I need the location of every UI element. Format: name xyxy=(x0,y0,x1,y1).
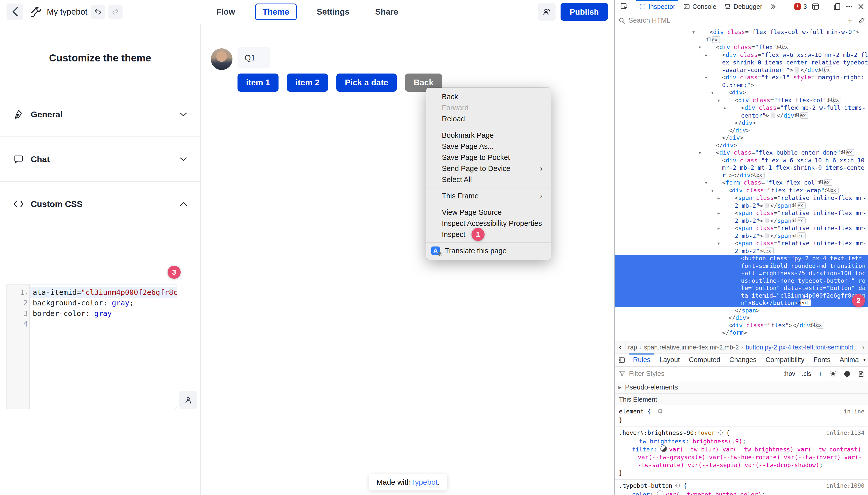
rules-tab-anima[interactable]: Anima xyxy=(835,354,861,366)
collapsed-children-badge[interactable]: ⋯ xyxy=(765,218,768,223)
flex-badge[interactable]: flex xyxy=(798,202,805,209)
breadcrumb-item[interactable]: rap xyxy=(625,344,640,351)
flex-badge[interactable]: flex xyxy=(824,67,832,73)
expand-arrow-icon[interactable]: ▼ xyxy=(701,29,709,36)
tab-share[interactable]: Share xyxy=(370,3,404,20)
tree-node[interactable]: ▼<div class="flex flex-col">flex xyxy=(615,97,868,104)
css-declaration[interactable]: color: var(--typebot-button-color); xyxy=(619,491,865,495)
preview-user-button[interactable] xyxy=(179,391,197,409)
sidebar-section-chat[interactable]: Chat xyxy=(0,136,200,181)
flex-badge[interactable]: flex xyxy=(816,322,825,328)
tree-node[interactable]: <div class="flex w-6 xs:w-10 h-6 xs:h-10… xyxy=(615,157,868,179)
made-with-typebot-link[interactable]: Made with Typebot. xyxy=(369,474,447,491)
chat-button-item-2[interactable]: item 2 xyxy=(287,73,328,92)
expand-arrow-icon[interactable]: ▼ xyxy=(720,187,728,194)
tree-node[interactable]: ▼<div class="flex">flex xyxy=(615,44,868,51)
custom-css-editor[interactable]: 1▾234 ata-itemid="cl3iunm4p000f2e6gfr8cz… xyxy=(6,284,177,409)
tab-flow[interactable]: Flow xyxy=(211,3,241,20)
tree-node[interactable]: ▼<div class="flex flex-col w-full min-w-… xyxy=(615,29,868,44)
rules-tab-computed[interactable]: Computed xyxy=(684,354,725,366)
expand-arrow-icon[interactable]: ▶ xyxy=(726,225,734,233)
menu-item-this-frame[interactable]: This Frame› xyxy=(426,190,551,201)
responsive-mode-button[interactable] xyxy=(833,2,841,11)
color-swatch-filter[interactable] xyxy=(660,445,667,452)
sidebar-section-general[interactable]: General xyxy=(0,92,200,136)
breadcrumb-scroll-right[interactable]: › xyxy=(858,341,868,353)
tree-node[interactable]: </div> xyxy=(615,142,868,149)
color-swatch-empty[interactable] xyxy=(657,491,663,495)
filter-styles-bar[interactable]: Filter Styles :hov .cls + xyxy=(615,366,868,381)
flex-badge[interactable]: flex xyxy=(798,233,805,239)
highlight-target-icon[interactable] xyxy=(657,408,663,416)
expand-arrow-icon[interactable]: ▼ xyxy=(707,149,716,157)
breadcrumb-item[interactable]: button.py-2.px-4.text-left.font-semibold… xyxy=(743,344,858,351)
tree-node[interactable]: ▶<span class="relative inline-flex mr-2 … xyxy=(615,209,868,225)
publish-button[interactable]: Publish xyxy=(561,3,608,21)
code-line[interactable] xyxy=(30,319,177,329)
toggle-class-button[interactable]: .cls xyxy=(802,370,811,377)
flex-badge[interactable]: flex xyxy=(846,149,854,156)
menu-item-save-page-to-pocket[interactable]: Save Page to Pocket xyxy=(426,152,551,163)
tree-node[interactable]: ▶<span class="relative inline-flex mr-2 … xyxy=(615,194,868,209)
flex-badge[interactable]: flex xyxy=(831,187,838,194)
typebot-name[interactable]: My typebot xyxy=(47,7,87,17)
typebot-link[interactable]: Typebot xyxy=(411,478,438,487)
light-mode-icon[interactable] xyxy=(829,370,837,378)
collapsed-children-badge[interactable]: ⋯ xyxy=(771,113,775,118)
menu-item-translate-this-page[interactable]: AあTranslate this page xyxy=(426,245,551,256)
collapsed-children-badge[interactable]: ⋯ xyxy=(765,203,768,208)
collapsed-children-badge[interactable]: ⋯ xyxy=(765,233,768,238)
menu-item-inspect[interactable]: Inspect1 xyxy=(426,229,551,240)
menu-item-reload[interactable]: Reload xyxy=(426,113,551,124)
flex-badge[interactable]: flex xyxy=(766,248,774,254)
sidebar-section-custom-css[interactable]: Custom CSS xyxy=(0,181,200,226)
flex-badge[interactable]: flex xyxy=(833,97,841,103)
flex-badge[interactable]: flex xyxy=(800,112,808,119)
redo-button[interactable] xyxy=(108,5,123,19)
expand-arrow-icon[interactable]: ▼ xyxy=(713,179,722,187)
rules-tab-changes[interactable]: Changes xyxy=(725,354,761,366)
flex-badge[interactable]: flex xyxy=(712,36,720,43)
menu-item-view-page-source[interactable]: View Page Source xyxy=(426,207,551,218)
tree-node[interactable]: </div> xyxy=(615,134,868,142)
expand-arrow-icon[interactable]: ▶ xyxy=(726,210,734,217)
expand-arrow-icon[interactable]: ▶ xyxy=(732,104,741,112)
fold-arrow-icon[interactable]: ▾ xyxy=(25,291,28,296)
menu-item-bookmark-page[interactable]: Bookmark Page xyxy=(426,130,551,141)
breadcrumb-item[interactable]: span.relative.inline-flex.mr-2.mb-2 xyxy=(641,344,741,351)
tree-node[interactable]: ▶<span class="relative inline-flex mr-2 … xyxy=(615,225,868,240)
add-node-button[interactable]: + xyxy=(847,17,852,24)
flex-badge[interactable]: flex xyxy=(782,44,791,50)
tree-node[interactable]: ▼<div class="flex bubble-enter-done">fle… xyxy=(615,149,868,157)
editor-code[interactable]: ata-itemid="cl3iunm4p000f2e6gfr8cznnn"]b… xyxy=(30,285,177,409)
flex-badge[interactable]: flex xyxy=(824,179,832,186)
tree-node[interactable]: ▶<div class="flex w-6 xs:w-10 mr-2 mb-2 … xyxy=(615,51,868,74)
chat-button-pick-a-date[interactable]: Pick a date xyxy=(336,73,397,92)
code-line[interactable]: background-color: gray; xyxy=(30,297,177,308)
tree-node[interactable]: ▼<form class="flex flex-col">flex xyxy=(615,179,868,187)
eyedropper-icon[interactable] xyxy=(858,17,865,24)
tree-node[interactable]: ▶<div class="flex mb-2 w-full items-cent… xyxy=(615,104,868,119)
expand-arrow-icon[interactable]: ▼ xyxy=(713,74,722,82)
rule-source-link[interactable]: inline:1134 xyxy=(826,429,865,437)
rule-selector[interactable]: .hover\:brightness-90:hover{inline:1134 xyxy=(619,429,865,438)
toggle-hover-button[interactable]: :hov xyxy=(783,370,795,377)
tree-node[interactable]: </span> xyxy=(615,307,868,314)
dark-mode-icon[interactable] xyxy=(843,370,851,378)
expand-arrow-icon[interactable]: ▼ xyxy=(726,240,734,248)
tree-node[interactable]: ▼<div class="flex flex-wrap">flex xyxy=(615,187,868,194)
expand-arrow-icon[interactable]: ▼ xyxy=(707,44,716,51)
rules-tab-rules[interactable]: Rules xyxy=(628,354,655,366)
event-badge[interactable]: event xyxy=(800,300,811,306)
console-error-badge[interactable]: ! 3 xyxy=(794,3,807,10)
menu-item-save-page-as[interactable]: Save Page As... xyxy=(426,141,551,152)
all-tabs-dropdown[interactable]: ▾ xyxy=(861,358,868,362)
more-tabs-button[interactable] xyxy=(766,3,780,10)
tree-node[interactable]: <div class="flex"></div>flex xyxy=(615,322,868,329)
code-line[interactable]: ata-itemid="cl3iunm4p000f2e6gfr8cznnn"] xyxy=(30,287,177,297)
tab-settings[interactable]: Settings xyxy=(311,3,355,20)
chat-button-item-1[interactable]: item 1 xyxy=(237,73,279,92)
flex-badge[interactable]: flex xyxy=(757,172,765,178)
css-declaration[interactable]: filter: var(--tw-blur) var(--tw-brightne… xyxy=(619,445,865,469)
rules-tab-compatibility[interactable]: Compatibility xyxy=(761,354,809,366)
